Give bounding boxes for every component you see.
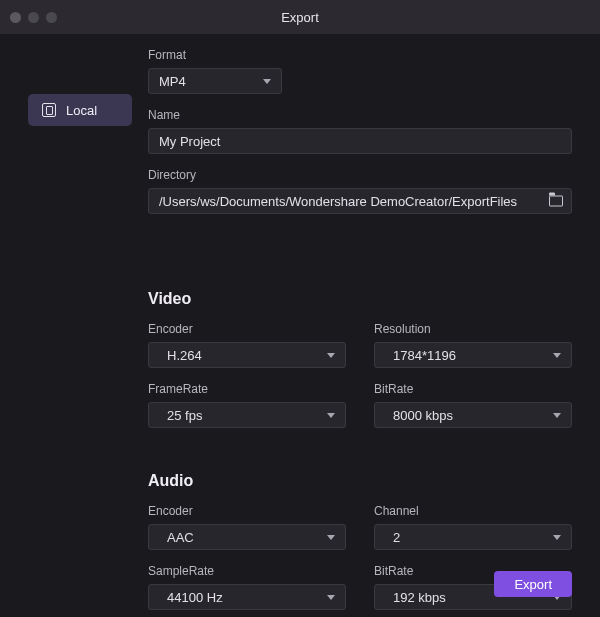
name-group: Name My Project [148,108,572,154]
audio-samplerate-value: 44100 Hz [159,590,321,605]
directory-label: Directory [148,168,572,182]
sidebar: Local [28,94,132,126]
directory-group: Directory /Users/ws/Documents/Wondershar… [148,168,572,214]
video-framerate-value: 25 fps [159,408,321,423]
format-label: Format [148,48,572,62]
format-dropdown[interactable]: MP4 [148,68,282,94]
name-value: My Project [159,134,220,149]
close-icon[interactable] [10,12,21,23]
audio-channel-value: 2 [385,530,547,545]
video-bitrate-label: BitRate [374,382,572,396]
zoom-icon[interactable] [46,12,57,23]
directory-input[interactable]: /Users/ws/Documents/Wondershare DemoCrea… [148,188,572,214]
window-titlebar: Export [0,0,600,34]
audio-encoder-value: AAC [159,530,321,545]
chevron-down-icon [327,413,335,418]
export-button[interactable]: Export [494,571,572,597]
chevron-down-icon [327,535,335,540]
video-bitrate-dropdown[interactable]: 8000 kbps [374,402,572,428]
video-resolution-label: Resolution [374,322,572,336]
minimize-icon[interactable] [28,12,39,23]
folder-icon[interactable] [549,196,563,207]
video-resolution-value: 1784*1196 [385,348,547,363]
audio-channel-label: Channel [374,504,572,518]
traffic-lights [10,12,57,23]
audio-encoder-label: Encoder [148,504,346,518]
chevron-down-icon [553,535,561,540]
video-encoder-dropdown[interactable]: H.264 [148,342,346,368]
format-value: MP4 [159,74,257,89]
format-group: Format MP4 [148,48,572,94]
chevron-down-icon [327,353,335,358]
audio-heading: Audio [148,472,572,490]
video-resolution-dropdown[interactable]: 1784*1196 [374,342,572,368]
export-bar: Export [494,571,572,597]
video-encoder-label: Encoder [148,322,346,336]
chevron-down-icon [327,595,335,600]
name-label: Name [148,108,572,122]
sidebar-item-label: Local [66,103,97,118]
chevron-down-icon [263,79,271,84]
video-framerate-dropdown[interactable]: 25 fps [148,402,346,428]
audio-encoder-dropdown[interactable]: AAC [148,524,346,550]
video-framerate-label: FrameRate [148,382,346,396]
video-section: Video Encoder H.264 Resolution 1784*1196 [148,290,572,442]
sidebar-item-local[interactable]: Local [28,94,132,126]
audio-channel-dropdown[interactable]: 2 [374,524,572,550]
window-title: Export [0,10,600,25]
name-input[interactable]: My Project [148,128,572,154]
audio-samplerate-label: SampleRate [148,564,346,578]
audio-samplerate-dropdown[interactable]: 44100 Hz [148,584,346,610]
video-heading: Video [148,290,572,308]
chevron-down-icon [553,353,561,358]
chevron-down-icon [553,413,561,418]
directory-value: /Users/ws/Documents/Wondershare DemoCrea… [159,194,517,209]
video-bitrate-value: 8000 kbps [385,408,547,423]
device-icon [42,103,56,117]
video-encoder-value: H.264 [159,348,321,363]
